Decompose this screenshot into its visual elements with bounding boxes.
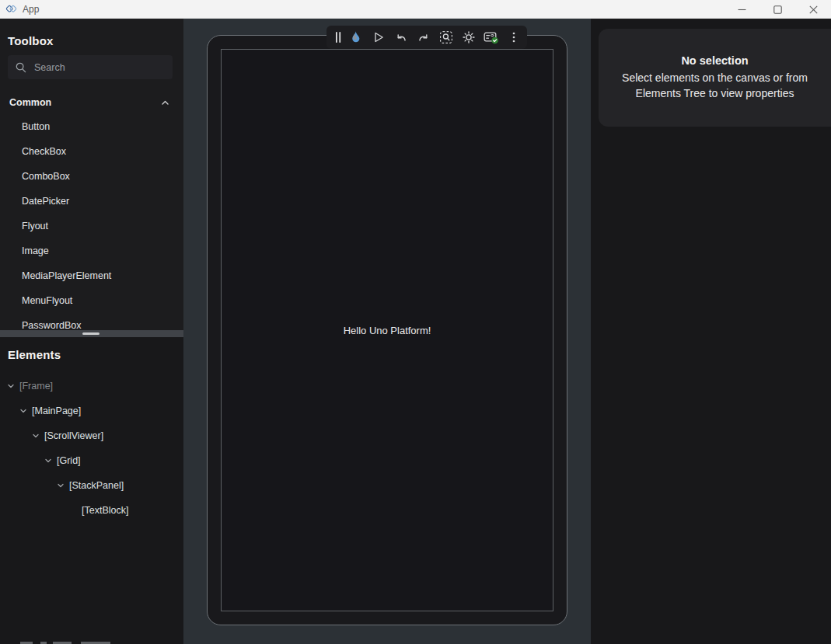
- theme-toggle-button[interactable]: [457, 26, 480, 49]
- toolbox-item-checkbox[interactable]: CheckBox: [0, 139, 183, 164]
- properties-pane: No selection Select elements on the canv…: [591, 19, 831, 644]
- resizer-grip: [82, 332, 100, 335]
- textblock-element[interactable]: Hello Uno Platform!: [344, 325, 431, 336]
- toolbox-item-image[interactable]: Image: [0, 238, 183, 263]
- window-controls: [724, 0, 831, 19]
- toolbox-panel: Toolbox Common Button CheckBox ComboBox …: [0, 19, 183, 330]
- section-label: Common: [9, 97, 51, 108]
- close-icon: [809, 5, 818, 14]
- toolbox-section-common[interactable]: Common: [0, 96, 183, 110]
- tree-item-grid[interactable]: [Grid]: [0, 448, 183, 473]
- hot-design-flame-icon: [348, 30, 363, 45]
- tree-item-label: [MainPage]: [32, 406, 81, 416]
- maximize-icon: [773, 5, 782, 14]
- toolbox-title: Toolbox: [8, 34, 54, 47]
- tree-item-label: [StackPanel]: [69, 480, 124, 491]
- maximize-button[interactable]: [759, 0, 795, 19]
- inspect-element-button[interactable]: [435, 26, 457, 49]
- tree-item-textblock[interactable]: [TextBlock]: [0, 498, 183, 523]
- no-selection-message-line1: Select elements on the canvas or from: [622, 70, 808, 85]
- elements-tree: [Frame] [MainPage] [ScrollViewer] [Grid]…: [0, 374, 183, 523]
- elements-panel: Elements [Frame] [MainPage] [ScrollViewe…: [0, 337, 183, 644]
- toolbox-item-menuflyout[interactable]: MenuFlyout: [0, 288, 183, 313]
- search-input[interactable]: [34, 62, 173, 73]
- chevron-down-icon[interactable]: [56, 481, 65, 490]
- toolbox-item-button[interactable]: Button: [0, 114, 183, 139]
- close-button[interactable]: [795, 0, 831, 19]
- play-button[interactable]: [367, 26, 389, 49]
- chevron-up-icon: [160, 98, 170, 108]
- left-sidebar: Toolbox Common Button CheckBox ComboBox …: [0, 19, 183, 644]
- designer-toolbar: [326, 26, 527, 49]
- search-icon: [15, 61, 27, 74]
- kebab-menu-icon: [507, 30, 521, 44]
- no-selection-title: No selection: [681, 54, 748, 67]
- redo-button[interactable]: [412, 26, 435, 49]
- toolbar-drag-handle[interactable]: [331, 26, 344, 49]
- minimize-button[interactable]: [724, 0, 759, 19]
- more-options-button[interactable]: [502, 26, 525, 49]
- toolbox-item-list: Button CheckBox ComboBox DatePicker Flyo…: [0, 114, 183, 330]
- tree-item-label: [TextBlock]: [82, 505, 128, 516]
- chevron-down-icon[interactable]: [19, 406, 28, 416]
- toolbox-item-datepicker[interactable]: DatePicker: [0, 189, 183, 214]
- design-surface[interactable]: Hello Uno Platform!: [221, 49, 553, 611]
- changes-applied-icon: [484, 30, 499, 44]
- play-icon: [372, 30, 386, 44]
- elements-title: Elements: [8, 348, 61, 361]
- hot-design-button[interactable]: [344, 26, 367, 49]
- chevron-down-icon[interactable]: [44, 456, 53, 465]
- panel-resizer[interactable]: [0, 330, 183, 337]
- chevron-down-icon[interactable]: [31, 431, 40, 440]
- tree-item-label: [Frame]: [19, 381, 53, 392]
- no-selection-message-line2: Elements Tree to view properties: [636, 85, 794, 101]
- titlebar: App: [0, 0, 831, 19]
- chevron-down-icon[interactable]: [6, 381, 16, 391]
- tree-item-label: [Grid]: [57, 455, 81, 466]
- tree-item-stackpanel[interactable]: [StackPanel]: [0, 473, 183, 498]
- no-selection-card: No selection Select elements on the canv…: [599, 29, 831, 127]
- app-window: App Toolbox Common: [0, 0, 831, 644]
- toolbox-item-combobox[interactable]: ComboBox: [0, 164, 183, 189]
- undo-button[interactable]: [389, 26, 412, 49]
- toolbox-item-passwordbox[interactable]: PasswordBox: [0, 313, 183, 330]
- sun-icon: [462, 30, 476, 44]
- window-title: App: [23, 4, 39, 15]
- toolbox-item-flyout[interactable]: Flyout: [0, 214, 183, 238]
- design-canvas[interactable]: Hello Uno Platform!: [183, 19, 591, 644]
- uno-app-logo-icon: [5, 3, 17, 15]
- tree-item-scrollviewer[interactable]: [ScrollViewer]: [0, 423, 183, 448]
- toolbox-searchbox: [8, 55, 173, 79]
- minimize-icon: [738, 5, 746, 14]
- tree-item-mainpage[interactable]: [MainPage]: [0, 399, 183, 423]
- inspect-element-icon: [439, 30, 453, 44]
- device-frame: Hello Uno Platform!: [207, 35, 567, 625]
- tree-item-frame[interactable]: [Frame]: [0, 374, 183, 399]
- undo-icon: [394, 30, 408, 44]
- tree-item-label: [ScrollViewer]: [44, 430, 103, 441]
- drag-handle-icon: [333, 30, 343, 44]
- redo-icon: [417, 30, 431, 44]
- changes-applied-button[interactable]: [480, 26, 502, 49]
- toolbox-item-mediaplayerelement[interactable]: MediaPlayerElement: [0, 263, 183, 288]
